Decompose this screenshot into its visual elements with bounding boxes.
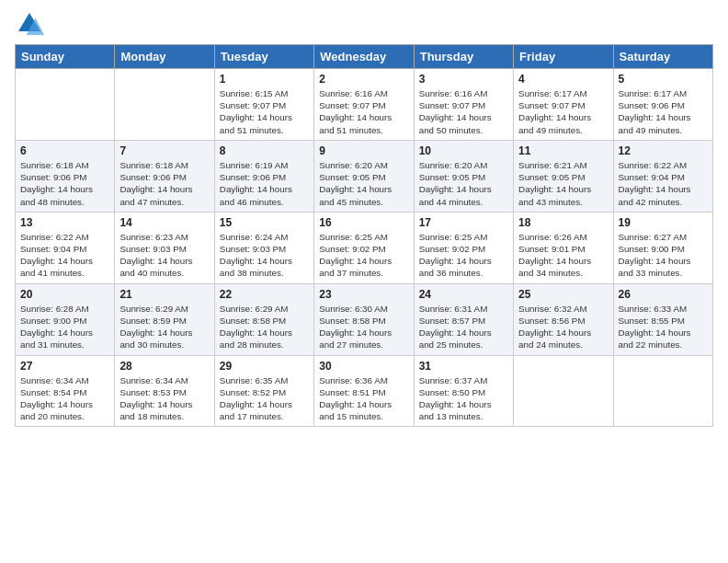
calendar-cell [514, 355, 613, 427]
day-number: 23 [319, 288, 408, 301]
calendar-cell: 1Sunrise: 6:15 AM Sunset: 9:07 PM Daylig… [214, 69, 313, 141]
day-number: 8 [220, 144, 309, 157]
col-header-tuesday: Tuesday [214, 45, 313, 69]
day-info: Sunrise: 6:20 AM Sunset: 9:05 PM Dayligh… [319, 159, 408, 208]
day-info: Sunrise: 6:31 AM Sunset: 8:57 PM Dayligh… [419, 303, 508, 351]
day-info: Sunrise: 6:16 AM Sunset: 9:07 PM Dayligh… [319, 87, 408, 136]
day-number: 16 [319, 216, 408, 229]
day-number: 6 [20, 144, 109, 157]
calendar-week-row: 6Sunrise: 6:18 AM Sunset: 9:06 PM Daylig… [16, 140, 713, 212]
day-info: Sunrise: 6:30 AM Sunset: 8:58 PM Dayligh… [319, 303, 408, 351]
calendar-week-row: 1Sunrise: 6:15 AM Sunset: 9:07 PM Daylig… [16, 69, 713, 141]
day-info: Sunrise: 6:33 AM Sunset: 8:55 PM Dayligh… [619, 303, 708, 351]
calendar-cell: 5Sunrise: 6:17 AM Sunset: 9:06 PM Daylig… [613, 69, 712, 141]
day-info: Sunrise: 6:22 AM Sunset: 9:04 PM Dayligh… [20, 231, 109, 280]
day-info: Sunrise: 6:32 AM Sunset: 8:56 PM Dayligh… [518, 303, 608, 351]
day-info: Sunrise: 6:29 AM Sunset: 8:59 PM Dayligh… [119, 303, 209, 351]
calendar-cell: 21Sunrise: 6:29 AM Sunset: 8:59 PM Dayli… [115, 283, 214, 355]
calendar-cell: 30Sunrise: 6:36 AM Sunset: 8:51 PM Dayli… [314, 355, 414, 427]
calendar-cell: 19Sunrise: 6:27 AM Sunset: 9:00 PM Dayli… [613, 212, 712, 283]
calendar-cell: 31Sunrise: 6:37 AM Sunset: 8:50 PM Dayli… [414, 355, 513, 427]
day-number: 18 [518, 216, 608, 229]
calendar-header-row: SundayMondayTuesdayWednesdayThursdayFrid… [16, 45, 713, 69]
day-info: Sunrise: 6:28 AM Sunset: 9:00 PM Dayligh… [20, 303, 109, 351]
calendar-cell [115, 69, 214, 141]
day-number: 29 [220, 360, 309, 373]
day-info: Sunrise: 6:19 AM Sunset: 9:06 PM Dayligh… [220, 159, 309, 208]
day-info: Sunrise: 6:22 AM Sunset: 9:04 PM Dayligh… [619, 159, 708, 208]
calendar-cell: 10Sunrise: 6:20 AM Sunset: 9:05 PM Dayli… [414, 140, 513, 212]
day-number: 21 [119, 288, 209, 301]
day-number: 15 [220, 216, 309, 229]
day-info: Sunrise: 6:37 AM Sunset: 8:50 PM Dayligh… [419, 374, 508, 423]
day-info: Sunrise: 6:17 AM Sunset: 9:07 PM Dayligh… [518, 87, 608, 136]
day-info: Sunrise: 6:24 AM Sunset: 9:03 PM Dayligh… [220, 231, 309, 280]
calendar-cell: 13Sunrise: 6:22 AM Sunset: 9:04 PM Dayli… [16, 212, 115, 283]
day-number: 24 [419, 288, 508, 301]
col-header-sunday: Sunday [16, 45, 115, 69]
page: SundayMondayTuesdayWednesdayThursdayFrid… [0, 0, 728, 563]
calendar-week-row: 13Sunrise: 6:22 AM Sunset: 9:04 PM Dayli… [16, 212, 713, 283]
calendar-cell: 11Sunrise: 6:21 AM Sunset: 9:05 PM Dayli… [514, 140, 613, 212]
day-number: 31 [419, 360, 508, 373]
calendar-cell: 22Sunrise: 6:29 AM Sunset: 8:58 PM Dayli… [214, 283, 313, 355]
calendar-cell: 26Sunrise: 6:33 AM Sunset: 8:55 PM Dayli… [613, 283, 712, 355]
day-number: 30 [319, 360, 408, 373]
calendar-cell [16, 69, 115, 141]
calendar-cell: 4Sunrise: 6:17 AM Sunset: 9:07 PM Daylig… [514, 69, 613, 141]
calendar-cell: 25Sunrise: 6:32 AM Sunset: 8:56 PM Dayli… [514, 283, 613, 355]
col-header-monday: Monday [115, 45, 214, 69]
calendar-cell: 12Sunrise: 6:22 AM Sunset: 9:04 PM Dayli… [613, 140, 712, 212]
calendar-cell: 17Sunrise: 6:25 AM Sunset: 9:02 PM Dayli… [414, 212, 513, 283]
day-info: Sunrise: 6:25 AM Sunset: 9:02 PM Dayligh… [419, 231, 508, 280]
day-number: 25 [518, 288, 608, 301]
day-info: Sunrise: 6:36 AM Sunset: 8:51 PM Dayligh… [319, 374, 408, 423]
day-info: Sunrise: 6:18 AM Sunset: 9:06 PM Dayligh… [20, 159, 109, 208]
day-number: 10 [419, 144, 508, 157]
day-number: 26 [619, 288, 708, 301]
day-info: Sunrise: 6:18 AM Sunset: 9:06 PM Dayligh… [119, 159, 209, 208]
logo [15, 9, 48, 39]
day-info: Sunrise: 6:25 AM Sunset: 9:02 PM Dayligh… [319, 231, 408, 280]
day-number: 20 [20, 288, 109, 301]
calendar-cell: 16Sunrise: 6:25 AM Sunset: 9:02 PM Dayli… [314, 212, 414, 283]
day-info: Sunrise: 6:23 AM Sunset: 9:03 PM Dayligh… [119, 231, 209, 280]
calendar-cell: 3Sunrise: 6:16 AM Sunset: 9:07 PM Daylig… [414, 69, 513, 141]
day-number: 14 [119, 216, 209, 229]
calendar-cell: 2Sunrise: 6:16 AM Sunset: 9:07 PM Daylig… [314, 69, 414, 141]
day-info: Sunrise: 6:35 AM Sunset: 8:52 PM Dayligh… [220, 374, 309, 423]
col-header-saturday: Saturday [613, 45, 712, 69]
calendar-cell: 14Sunrise: 6:23 AM Sunset: 9:03 PM Dayli… [115, 212, 214, 283]
calendar-cell [613, 355, 712, 427]
calendar-cell: 27Sunrise: 6:34 AM Sunset: 8:54 PM Dayli… [16, 355, 115, 427]
day-info: Sunrise: 6:34 AM Sunset: 8:53 PM Dayligh… [119, 374, 209, 423]
calendar-cell: 7Sunrise: 6:18 AM Sunset: 9:06 PM Daylig… [115, 140, 214, 212]
day-number: 19 [619, 216, 708, 229]
day-number: 12 [619, 144, 708, 157]
day-info: Sunrise: 6:29 AM Sunset: 8:58 PM Dayligh… [220, 303, 309, 351]
day-number: 13 [20, 216, 109, 229]
day-number: 5 [619, 73, 708, 86]
day-number: 7 [119, 144, 209, 157]
logo-icon [15, 9, 44, 39]
day-info: Sunrise: 6:20 AM Sunset: 9:05 PM Dayligh… [419, 159, 508, 208]
day-number: 17 [419, 216, 508, 229]
day-number: 22 [220, 288, 309, 301]
col-header-thursday: Thursday [414, 45, 513, 69]
day-number: 11 [518, 144, 608, 157]
day-info: Sunrise: 6:21 AM Sunset: 9:05 PM Dayligh… [518, 159, 608, 208]
col-header-friday: Friday [514, 45, 613, 69]
header [15, 9, 713, 39]
calendar-cell: 15Sunrise: 6:24 AM Sunset: 9:03 PM Dayli… [214, 212, 313, 283]
day-number: 4 [518, 73, 608, 86]
day-info: Sunrise: 6:16 AM Sunset: 9:07 PM Dayligh… [419, 87, 508, 136]
day-number: 9 [319, 144, 408, 157]
calendar-table: SundayMondayTuesdayWednesdayThursdayFrid… [15, 44, 713, 427]
day-number: 1 [220, 73, 309, 86]
day-info: Sunrise: 6:15 AM Sunset: 9:07 PM Dayligh… [220, 87, 309, 136]
calendar-cell: 6Sunrise: 6:18 AM Sunset: 9:06 PM Daylig… [16, 140, 115, 212]
calendar-cell: 20Sunrise: 6:28 AM Sunset: 9:00 PM Dayli… [16, 283, 115, 355]
calendar-cell: 18Sunrise: 6:26 AM Sunset: 9:01 PM Dayli… [514, 212, 613, 283]
calendar-cell: 23Sunrise: 6:30 AM Sunset: 8:58 PM Dayli… [314, 283, 414, 355]
day-number: 27 [20, 360, 109, 373]
